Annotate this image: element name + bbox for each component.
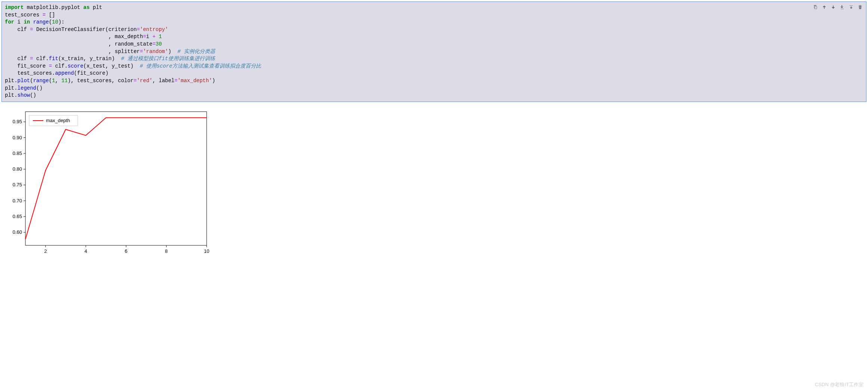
- code-cell[interactable]: import matplotlib.pyplot as plttest_scor…: [1, 1, 867, 102]
- code-line: import matplotlib.pyplot as plt: [5, 4, 863, 12]
- svg-text:0.80: 0.80: [13, 166, 22, 172]
- svg-text:0.90: 0.90: [13, 134, 22, 140]
- code-content[interactable]: import matplotlib.pyplot as plttest_scor…: [5, 4, 863, 99]
- code-line: for i in range(10):: [5, 19, 863, 26]
- svg-text:0.85: 0.85: [13, 150, 22, 156]
- code-line: fit_score = clf.score(x_test, y_test) # …: [5, 63, 863, 70]
- download-icon[interactable]: [839, 4, 845, 10]
- cell-toolbar: [812, 4, 863, 10]
- svg-text:max_depth: max_depth: [46, 118, 70, 123]
- code-line: , max_depth=i + 1: [5, 33, 863, 41]
- code-line: test_scores = []: [5, 12, 863, 19]
- svg-text:0.75: 0.75: [13, 182, 22, 187]
- copy-icon[interactable]: [812, 4, 818, 10]
- code-line: , random_state=30: [5, 41, 863, 48]
- svg-text:4: 4: [84, 248, 87, 254]
- code-line: , splitter='random') # 实例化分类器: [5, 48, 863, 56]
- delete-icon[interactable]: [857, 4, 863, 10]
- output-area: 0.600.650.700.750.800.850.900.95246810ma…: [1, 106, 867, 263]
- code-line: plt.show(): [5, 92, 863, 99]
- svg-text:0.65: 0.65: [13, 214, 22, 219]
- code-line: plt.legend(): [5, 85, 863, 92]
- svg-text:10: 10: [204, 248, 209, 254]
- svg-text:0.60: 0.60: [13, 229, 22, 235]
- move-down-icon[interactable]: [830, 4, 836, 10]
- code-line: plt.plot(range(1, 11), test_scores, colo…: [5, 77, 863, 85]
- line-chart: 0.600.650.700.750.800.850.900.95246810ma…: [3, 107, 212, 262]
- svg-text:6: 6: [125, 248, 127, 254]
- move-up-icon[interactable]: [821, 4, 827, 10]
- svg-text:8: 8: [165, 248, 168, 254]
- svg-text:0.70: 0.70: [13, 198, 22, 203]
- code-line: clf = clf.fit(x_train, y_train) # 通过模型接口…: [5, 55, 863, 63]
- svg-rect-0: [25, 112, 207, 245]
- code-line: test_scores.append(fit_score): [5, 70, 863, 77]
- svg-text:2: 2: [44, 248, 47, 254]
- code-line: clf = DecisionTreeClassifier(criterion='…: [5, 26, 863, 34]
- insert-below-icon[interactable]: [848, 4, 854, 10]
- svg-text:0.95: 0.95: [13, 119, 22, 124]
